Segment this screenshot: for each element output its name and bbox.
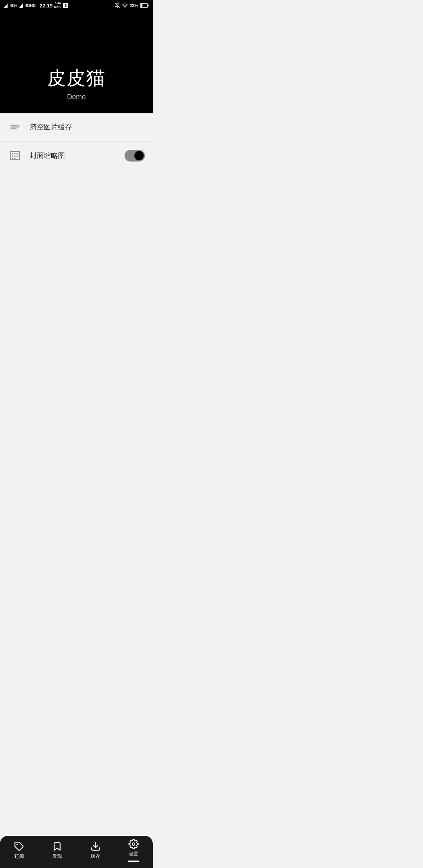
cover-thumbnail-label: 封面缩略图 bbox=[30, 151, 125, 160]
network-type-2: 4GHD bbox=[25, 4, 36, 8]
status-time: 22:19 bbox=[40, 3, 52, 9]
settings-item-clear-cache[interactable]: 清空图片缓存 bbox=[0, 113, 153, 142]
settings-item-cover-thumbnail[interactable]: 封面缩略图 bbox=[0, 142, 153, 170]
svg-point-1 bbox=[125, 7, 125, 7]
status-left: 4G+ 4GHD 22:19 0.00 KB/s S bbox=[4, 2, 68, 9]
app-title: 皮皮猫 bbox=[47, 65, 106, 91]
status-right: 23% bbox=[115, 3, 149, 8]
settings-list: 清空图片缓存 封面缩略图 bbox=[0, 113, 153, 170]
app-subtitle: Demo bbox=[67, 93, 86, 101]
thumbnail-icon bbox=[8, 149, 22, 163]
list-icon bbox=[8, 120, 22, 134]
battery-icon bbox=[140, 3, 149, 8]
notification-icon bbox=[115, 3, 120, 8]
status-bar: 4G+ 4GHD 22:19 0.00 KB/s S 23% bbox=[0, 0, 153, 11]
network-type-1: 4G+ bbox=[10, 4, 17, 8]
toggle-thumb bbox=[134, 151, 144, 160]
battery-percent: 23% bbox=[130, 3, 138, 8]
hero-section: 皮皮猫 Demo bbox=[0, 11, 153, 113]
signal-bars-2 bbox=[19, 3, 23, 8]
cover-thumbnail-toggle[interactable] bbox=[125, 150, 145, 162]
svg-rect-3 bbox=[148, 5, 149, 7]
clear-cache-label: 清空图片缓存 bbox=[30, 122, 145, 132]
svg-rect-4 bbox=[141, 4, 143, 7]
wifi-icon bbox=[122, 3, 128, 8]
skype-icon: S bbox=[63, 3, 68, 8]
svg-line-0 bbox=[115, 3, 120, 8]
speed-info: 0.00 KB/s bbox=[54, 2, 61, 9]
signal-bars-1 bbox=[4, 3, 8, 8]
